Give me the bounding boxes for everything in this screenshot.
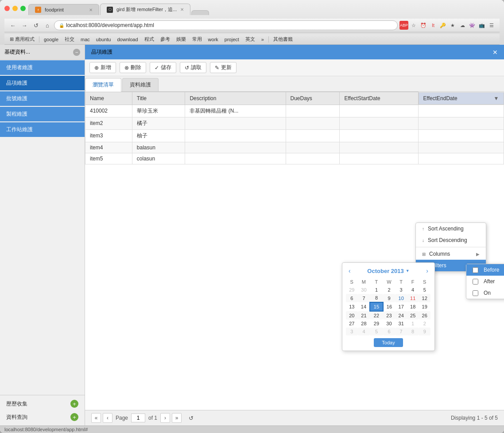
bookmark-star-icon[interactable]: ☆: [409, 21, 418, 30]
cal-day[interactable]: 6: [383, 328, 395, 335]
address-bar[interactable]: 🔒 localhost:8080/development/app.html: [54, 20, 398, 30]
cal-day[interactable]: 30: [358, 286, 370, 294]
sidebar-item-workstation[interactable]: 工作站維護: [0, 122, 85, 137]
table-row[interactable]: item5colasun: [85, 153, 504, 164]
bm-common[interactable]: 常用: [190, 35, 204, 43]
cal-day[interactable]: 14: [358, 302, 370, 311]
extension6-icon[interactable]: 👾: [468, 21, 477, 30]
query-add-button[interactable]: +: [70, 413, 78, 421]
reload-data-button[interactable]: ↺ 讀取: [180, 62, 206, 73]
cal-day[interactable]: 15: [370, 302, 383, 311]
reload-button[interactable]: ↺: [31, 20, 41, 30]
cal-day[interactable]: 29: [346, 286, 358, 294]
tab-gird-close[interactable]: ✕: [180, 7, 184, 12]
cal-day[interactable]: 5: [419, 286, 430, 294]
tab-foodprint-close[interactable]: ✕: [89, 8, 93, 12]
tab-foodprint[interactable]: f foodprint ✕: [28, 4, 99, 15]
col-header-title[interactable]: Title: [132, 92, 185, 105]
cal-day[interactable]: 30: [383, 320, 395, 328]
sidebar-item-process[interactable]: 製程維護: [0, 107, 85, 121]
cal-next-button[interactable]: ›: [423, 266, 431, 275]
minimize-button[interactable]: [12, 6, 18, 11]
sidebar-collapse-button[interactable]: −: [73, 49, 80, 56]
cal-day[interactable]: 26: [419, 311, 430, 320]
extension3-icon[interactable]: 🔑: [438, 21, 447, 30]
bm-google[interactable]: google: [42, 36, 60, 43]
cal-day[interactable]: 16: [383, 302, 395, 311]
sidebar-item-batches[interactable]: 批號維護: [0, 91, 85, 106]
page-input[interactable]: [131, 413, 145, 422]
save-button[interactable]: ✓ 儲存: [150, 62, 176, 73]
bm-english[interactable]: 英文: [244, 35, 257, 43]
bm-social[interactable]: 社交: [63, 35, 76, 43]
extension4-icon[interactable]: ★: [448, 21, 457, 30]
back-button[interactable]: ←: [8, 20, 18, 30]
prev-page-button[interactable]: ‹: [103, 413, 112, 423]
cal-day[interactable]: 5: [370, 328, 383, 335]
cal-day[interactable]: 21: [358, 311, 370, 320]
extension2-icon[interactable]: It: [429, 21, 438, 30]
tab-gird[interactable]: ⬡ gird 新增 remoteFilter，追... ✕: [100, 4, 190, 15]
panel-close-button[interactable]: ✕: [492, 49, 498, 56]
bm-code[interactable]: 程式: [143, 35, 156, 43]
col-header-name[interactable]: Name: [85, 92, 132, 105]
bm-others[interactable]: 其他書籤: [271, 35, 295, 43]
tab-data[interactable]: 資料維護: [122, 78, 159, 91]
cal-day[interactable]: 8: [370, 294, 383, 302]
sidebar-item-items[interactable]: 品項維護: [0, 76, 85, 90]
cal-day[interactable]: 23: [383, 311, 395, 320]
cal-day[interactable]: 4: [358, 328, 370, 335]
today-button[interactable]: Today: [374, 338, 403, 347]
home-button[interactable]: ⌂: [43, 20, 52, 30]
on-checkbox[interactable]: [473, 290, 478, 296]
table-row[interactable]: item4balasun: [85, 142, 504, 153]
sidebar-history[interactable]: 歷歷收集 +: [3, 398, 82, 410]
ctx-columns[interactable]: ⊞ Columns ▶: [416, 248, 486, 260]
cal-day[interactable]: 7: [358, 294, 370, 302]
cal-day[interactable]: 4: [407, 286, 419, 294]
cal-day[interactable]: 9: [419, 328, 430, 335]
cal-day[interactable]: 1: [370, 286, 383, 294]
bm-ref[interactable]: 參考: [159, 35, 172, 43]
cal-day[interactable]: 10: [395, 294, 407, 302]
ctx-sort-asc[interactable]: ↑ Sort Ascending: [416, 223, 486, 234]
cal-day[interactable]: 28: [358, 320, 370, 328]
table-row[interactable]: item2橘子: [85, 117, 504, 129]
table-row[interactable]: 410002華珍玉米非基因轉殖品種 (N...: [85, 105, 504, 117]
col-header-description[interactable]: Description: [185, 92, 286, 105]
cal-day[interactable]: 6: [346, 294, 358, 302]
update-button[interactable]: ✎ 更新: [210, 62, 236, 73]
tab-empty[interactable]: [191, 10, 209, 15]
bm-more[interactable]: »: [260, 36, 266, 43]
history-add-button[interactable]: +: [70, 400, 78, 408]
first-page-button[interactable]: «: [91, 413, 101, 423]
cast-icon[interactable]: 📺: [477, 21, 486, 30]
cal-day[interactable]: 19: [419, 302, 430, 311]
col-header-effectenddate[interactable]: EffectEndDate ▼: [419, 92, 504, 105]
cal-prev-button[interactable]: ‹: [346, 266, 353, 275]
cal-day[interactable]: 24: [395, 311, 407, 320]
cal-day[interactable]: 3: [395, 286, 407, 294]
after-checkbox[interactable]: [473, 279, 478, 285]
before-checkbox[interactable]: [473, 267, 478, 273]
sidebar-query[interactable]: 資料查詢 +: [3, 411, 82, 423]
cal-month-title[interactable]: October 2013 ▼: [367, 268, 409, 274]
cal-day[interactable]: 31: [395, 320, 407, 328]
cal-day[interactable]: 25: [407, 311, 419, 320]
bm-project[interactable]: project: [223, 36, 241, 43]
ctx-before[interactable]: Before ▶: [466, 264, 504, 276]
cal-day[interactable]: 17: [395, 302, 407, 311]
cal-day[interactable]: 9: [383, 294, 395, 302]
maximize-button[interactable]: [20, 6, 26, 11]
table-row[interactable]: item3柚子: [85, 129, 504, 142]
cal-day[interactable]: 11: [407, 294, 419, 302]
close-button[interactable]: [4, 6, 10, 11]
last-page-button[interactable]: »: [172, 413, 182, 423]
cal-day[interactable]: 18: [407, 302, 419, 311]
bm-ent[interactable]: 娛樂: [174, 35, 188, 43]
pagination-refresh-button[interactable]: ↺: [186, 413, 196, 423]
bm-mac[interactable]: mac: [79, 36, 92, 43]
cal-day[interactable]: 3: [346, 328, 358, 335]
bm-ubuntu[interactable]: ubuntu: [94, 36, 113, 43]
extension5-icon[interactable]: ☁: [458, 21, 467, 30]
